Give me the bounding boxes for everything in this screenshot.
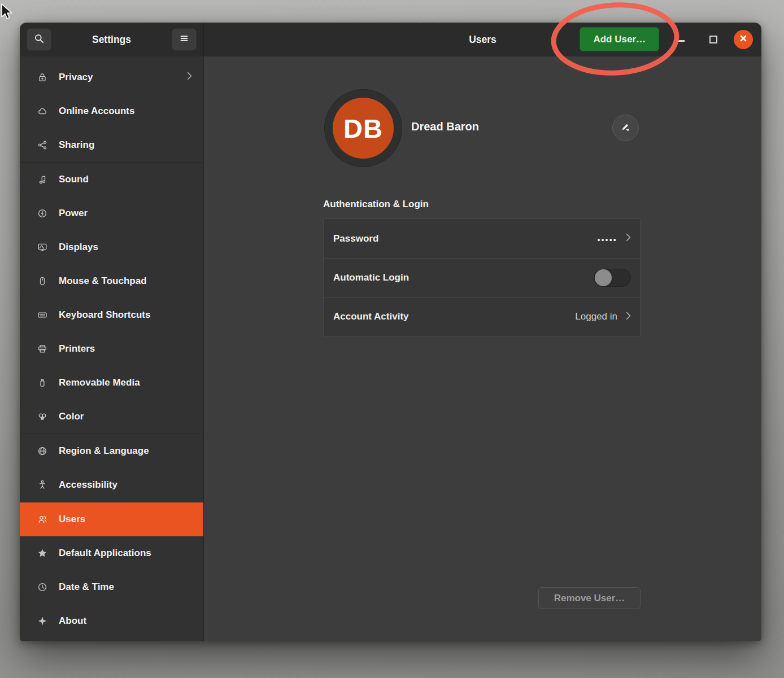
pencil-edit-icon bbox=[620, 121, 631, 134]
sidebar-item-label: Keyboard Shortcuts bbox=[59, 309, 192, 321]
chevron-right-icon bbox=[626, 312, 631, 322]
keyboard-icon bbox=[37, 309, 48, 321]
sidebar-item-online-accounts[interactable]: Online Accounts bbox=[20, 94, 203, 128]
sidebar-item-label: Sharing bbox=[59, 139, 192, 151]
sidebar-item-label: Removable Media bbox=[59, 377, 192, 388]
section-title: Authentication & Login bbox=[323, 199, 429, 210]
avatar: DB bbox=[333, 98, 394, 159]
power-icon bbox=[37, 208, 48, 219]
app-title: Settings bbox=[92, 34, 131, 46]
accessibility-icon bbox=[37, 479, 48, 491]
sidebar-item-label: About bbox=[59, 615, 192, 627]
sidebar-item-label: Accessibility bbox=[59, 479, 192, 491]
password-dots: ••••• bbox=[598, 234, 617, 244]
password-label: Password bbox=[333, 233, 589, 244]
primary-menu-button[interactable] bbox=[172, 28, 197, 51]
sidebar-item-accessibility[interactable]: Accessibility bbox=[20, 468, 203, 502]
search-icon bbox=[34, 33, 45, 46]
share-icon bbox=[37, 139, 48, 151]
mouse-icon bbox=[37, 275, 48, 287]
account-activity-label: Account Activity bbox=[333, 311, 567, 322]
automatic-login-row: Automatic Login bbox=[324, 258, 640, 297]
sidebar-item-label: Displays bbox=[59, 242, 192, 253]
users-icon bbox=[37, 514, 48, 525]
sidebar-item-keyboard-shortcuts[interactable]: Keyboard Shortcuts bbox=[20, 298, 203, 332]
color-circles-icon bbox=[37, 411, 48, 422]
sidebar-item-label: Users bbox=[59, 514, 192, 525]
toggle-knob bbox=[595, 269, 612, 286]
sidebar-item-label: Default Applications bbox=[59, 548, 192, 559]
hamburger-menu-icon bbox=[179, 33, 189, 46]
main-titlebar: Users Add User… bbox=[204, 23, 761, 56]
cloud-icon bbox=[37, 106, 48, 117]
remove-user-button[interactable]: Remove User… bbox=[538, 587, 641, 609]
sidebar-item-users[interactable]: Users bbox=[20, 502, 203, 536]
sidebar-item-label: Power bbox=[59, 208, 192, 219]
close-button[interactable] bbox=[734, 30, 753, 49]
maximize-button[interactable] bbox=[709, 36, 717, 43]
printer-icon bbox=[37, 343, 48, 355]
sidebar-item-label: Sound bbox=[59, 174, 192, 185]
page-title: Users bbox=[469, 34, 496, 46]
lock-icon bbox=[37, 72, 48, 83]
avatar-frame: DB bbox=[324, 89, 402, 167]
sidebar-item-sound[interactable]: Sound bbox=[20, 163, 203, 196]
sidebar-item-removable-media[interactable]: Removable Media bbox=[20, 366, 203, 400]
sidebar-item-displays[interactable]: Displays bbox=[20, 230, 203, 264]
settings-sidebar: Privacy Online Accounts Sharing Sound Po… bbox=[20, 56, 204, 641]
star-icon bbox=[37, 548, 48, 559]
clock-icon bbox=[37, 581, 48, 593]
sidebar-item-color[interactable]: Color bbox=[20, 400, 203, 434]
account-activity-row[interactable]: Account Activity Logged in bbox=[324, 297, 640, 336]
sidebar-item-power[interactable]: Power bbox=[20, 196, 203, 230]
mouse-cursor-icon bbox=[0, 3, 16, 21]
sidebar-item-date-time[interactable]: Date & Time bbox=[20, 570, 203, 604]
sidebar-item-region-language[interactable]: Region & Language bbox=[20, 434, 203, 468]
sidebar-item-label: Printers bbox=[59, 343, 192, 355]
close-icon bbox=[739, 34, 748, 45]
sidebar-item-default-applications[interactable]: Default Applications bbox=[20, 536, 203, 570]
sidebar-item-sharing[interactable]: Sharing bbox=[20, 128, 203, 162]
display-icon bbox=[37, 242, 48, 253]
sidebar-item-label: Region & Language bbox=[59, 445, 192, 457]
password-row[interactable]: Password ••••• bbox=[324, 219, 640, 258]
sidebar-item-label: Date & Time bbox=[59, 581, 192, 593]
sidebar-item-printers[interactable]: Printers bbox=[20, 332, 203, 366]
chevron-right-icon bbox=[187, 72, 192, 83]
add-user-button[interactable]: Add User… bbox=[580, 27, 659, 51]
music-note-icon bbox=[37, 174, 48, 185]
users-panel: DB Dread Baron Authentication & Login Pa… bbox=[204, 56, 761, 641]
chevron-right-icon bbox=[626, 233, 631, 244]
automatic-login-label: Automatic Login bbox=[333, 272, 585, 283]
sidebar-item-about[interactable]: About bbox=[20, 604, 203, 638]
sparkle-icon bbox=[37, 615, 48, 627]
sidebar-item-mouse-touchpad[interactable]: Mouse & Touchpad bbox=[20, 264, 203, 298]
automatic-login-toggle[interactable] bbox=[594, 269, 631, 287]
edit-name-button[interactable] bbox=[612, 115, 639, 141]
sidebar-item-privacy[interactable]: Privacy bbox=[20, 60, 203, 94]
sidebar-item-label: Online Accounts bbox=[59, 106, 192, 117]
sidebar-item-label: Color bbox=[59, 411, 192, 422]
globe-icon bbox=[37, 445, 48, 457]
settings-window: Settings Users Add User… Privac bbox=[20, 23, 761, 641]
user-full-name: Dread Baron bbox=[411, 120, 479, 133]
authentication-card: Password ••••• Automatic Login Account A… bbox=[323, 218, 641, 336]
account-activity-value: Logged in bbox=[575, 311, 617, 322]
search-button[interactable] bbox=[27, 28, 51, 51]
sidebar-item-label: Mouse & Touchpad bbox=[59, 275, 192, 287]
minimize-button[interactable] bbox=[676, 40, 685, 42]
sidebar-item-label: Privacy bbox=[59, 72, 176, 83]
usb-drive-icon bbox=[37, 377, 48, 388]
sidebar-titlebar: Settings bbox=[20, 23, 204, 56]
desktop: Settings Users Add User… Privac bbox=[0, 0, 784, 678]
